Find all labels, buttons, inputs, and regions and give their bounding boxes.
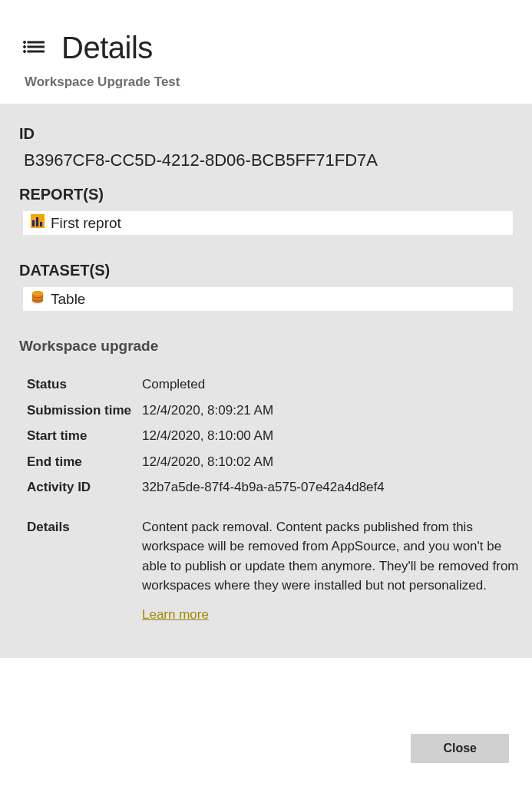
subtitle: Workspace Upgrade Test [25, 74, 509, 90]
close-button[interactable]: Close [411, 734, 509, 763]
start-row: Start time 12/4/2020, 8:10:00 AM [27, 423, 520, 449]
datasets-label: DATASET(S) [19, 262, 513, 279]
list-menu-icon[interactable] [23, 40, 45, 57]
footer: Close [411, 734, 509, 763]
reports-label: REPORT(S) [19, 186, 513, 203]
svg-point-2 [24, 45, 26, 48]
svg-rect-3 [28, 46, 45, 48]
activity-label: Activity ID [27, 474, 142, 500]
page-title: Details [61, 31, 153, 65]
svg-point-4 [24, 50, 26, 52]
details-text: Content pack removal. Content packs publ… [142, 520, 519, 593]
id-value: B3967CF8-CC5D-4212-8D06-BCB5FF71FD7A [24, 150, 513, 170]
title-row: Details [23, 31, 509, 65]
learn-more-link[interactable]: Learn more [142, 605, 209, 625]
svg-rect-7 [32, 220, 35, 226]
content: ID B3967CF8-CC5D-4212-8D06-BCB5FF71FD7A … [0, 104, 532, 658]
end-row: End time 12/4/2020, 8:10:02 AM [27, 449, 520, 475]
svg-point-0 [24, 41, 26, 43]
activity-row: Activity ID 32b7a5de-87f4-4b9a-a575-07e4… [27, 474, 520, 500]
details-row: Details Content pack removal. Content pa… [27, 500, 520, 628]
report-chart-icon [31, 214, 45, 232]
dataset-item[interactable]: Table [23, 287, 513, 311]
submission-value: 12/4/2020, 8:09:21 AM [142, 398, 520, 424]
start-value: 12/4/2020, 8:10:00 AM [142, 423, 520, 449]
end-value: 12/4/2020, 8:10:02 AM [142, 449, 520, 475]
activity-value: 32b7a5de-87f4-4b9a-a575-07e42a4d8ef4 [142, 474, 520, 500]
details-value: Content pack removal. Content packs publ… [142, 500, 520, 628]
svg-rect-8 [36, 217, 38, 226]
svg-rect-5 [28, 51, 45, 52]
svg-point-11 [32, 291, 43, 296]
svg-rect-9 [40, 222, 42, 226]
id-label: ID [19, 125, 513, 143]
upgrade-info-table: Status Completed Submission time 12/4/20… [27, 372, 520, 627]
status-label: Status [27, 372, 142, 398]
svg-rect-1 [28, 41, 45, 43]
report-name: First reprot [51, 215, 121, 232]
header: Details Workspace Upgrade Test [0, 0, 532, 104]
report-item[interactable]: First reprot [23, 211, 513, 235]
upgrade-heading: Workspace upgrade [19, 338, 513, 355]
details-label: Details [27, 500, 142, 628]
end-label: End time [27, 449, 142, 475]
database-icon [31, 290, 45, 308]
submission-row: Submission time 12/4/2020, 8:09:21 AM [27, 398, 520, 424]
submission-label: Submission time [27, 398, 142, 424]
status-value: Completed [142, 372, 520, 398]
status-row: Status Completed [27, 372, 520, 398]
dataset-name: Table [51, 291, 85, 308]
start-label: Start time [27, 423, 142, 449]
